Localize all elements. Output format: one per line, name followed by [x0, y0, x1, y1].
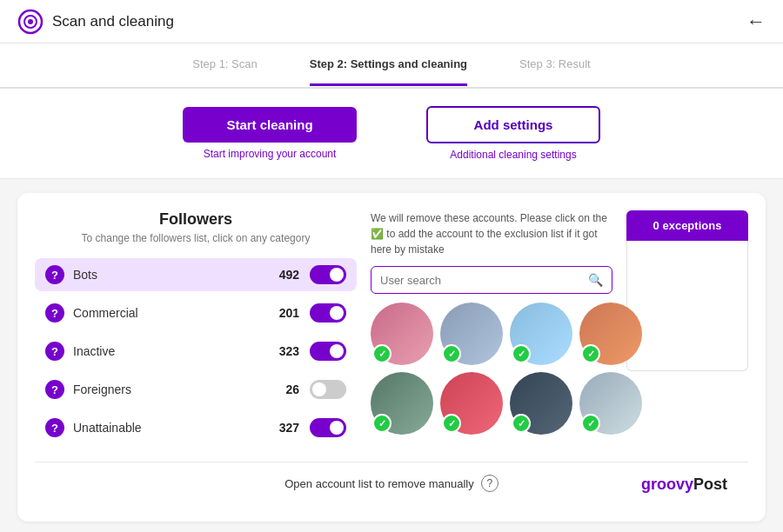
avatar-grid: ✓ ✓ ✓ ✓ ✓ — [371, 303, 612, 435]
followers-subtitle: To change the followers list, click on a… — [35, 232, 357, 244]
page-title: Scan and cleaning — [52, 13, 174, 30]
category-name-commercial: Commercial — [73, 306, 279, 320]
followers-layout: Followers To change the followers list, … — [35, 210, 748, 449]
start-cleaning-subtitle[interactable]: Start improving your account — [204, 148, 337, 160]
search-icon: 🔍 — [588, 273, 603, 287]
add-settings-button[interactable]: Add settings — [426, 106, 600, 143]
brand-logo: groovyPost — [641, 475, 727, 494]
followers-title: Followers — [35, 210, 357, 229]
followers-right-panel: 0 exceptions — [626, 210, 748, 449]
check-icon[interactable]: ✓ — [372, 344, 392, 363]
list-item[interactable]: ✓ — [440, 303, 503, 365]
help-icon-inactive: ? — [45, 342, 64, 361]
toggle-unattainable[interactable] — [310, 418, 346, 437]
exceptions-body — [626, 241, 748, 371]
category-count-commercial: 201 — [279, 306, 299, 320]
check-icon[interactable]: ✓ — [581, 414, 600, 433]
category-count-bots: 492 — [279, 268, 299, 282]
list-item[interactable]: ✓ — [510, 303, 572, 365]
help-icon-foreigners: ? — [45, 380, 64, 399]
search-bar: 🔍 — [371, 266, 612, 294]
help-icon-bots: ? — [45, 265, 64, 284]
add-settings-subtitle[interactable]: Additional cleaning settings — [450, 149, 576, 161]
check-icon[interactable]: ✓ — [512, 344, 531, 363]
category-row-bots[interactable]: ? Bots 492 — [35, 258, 357, 291]
middle-description: We will remove these accounts. Please cl… — [371, 210, 612, 257]
category-row-foreigners[interactable]: ? Foreigners 26 — [35, 373, 357, 406]
check-icon[interactable]: ✓ — [372, 414, 392, 433]
footer: Open account list to remove manually ? g… — [35, 462, 748, 504]
followers-card: Followers To change the followers list, … — [17, 193, 766, 522]
category-row-inactive[interactable]: ? Inactive 323 — [35, 335, 357, 368]
toggle-bots[interactable] — [310, 265, 346, 284]
start-cleaning-group: Start cleaning Start improving your acco… — [183, 107, 357, 160]
help-icon-commercial: ? — [45, 303, 64, 323]
followers-middle-panel: We will remove these accounts. Please cl… — [371, 210, 612, 449]
toggle-commercial[interactable] — [310, 303, 346, 323]
header: Scan and cleaning ← — [0, 0, 783, 43]
list-item[interactable]: ✓ — [371, 303, 433, 365]
target-icon — [17, 9, 44, 35]
category-count-foreigners: 26 — [285, 382, 299, 396]
tab-step2[interactable]: Step 2: Settings and cleaning — [310, 57, 467, 74]
toggle-foreigners[interactable] — [310, 380, 346, 399]
category-row-unattainable[interactable]: ? Unattainable 327 — [35, 411, 357, 444]
search-input[interactable] — [380, 274, 588, 287]
help-icon-unattainable: ? — [45, 418, 64, 437]
svg-point-2 — [28, 19, 33, 24]
category-name-foreigners: Foreigners — [73, 382, 285, 396]
category-name-unattainable: Unattainable — [73, 421, 279, 435]
back-button[interactable]: ← — [746, 10, 766, 33]
category-name-bots: Bots — [73, 268, 279, 282]
list-item[interactable]: ✓ — [579, 372, 642, 435]
followers-left-panel: Followers To change the followers list, … — [35, 210, 357, 449]
footer-help-icon[interactable]: ? — [481, 475, 499, 492]
action-area: Start cleaning Start improving your acco… — [0, 89, 783, 179]
category-count-unattainable: 327 — [279, 421, 299, 435]
header-left: Scan and cleaning — [17, 9, 174, 35]
start-cleaning-button[interactable]: Start cleaning — [183, 107, 357, 143]
check-icon[interactable]: ✓ — [442, 344, 461, 363]
exceptions-header: 0 exceptions — [626, 210, 748, 241]
tab-step1[interactable]: Step 1: Scan — [192, 57, 257, 74]
check-icon[interactable]: ✓ — [512, 414, 531, 433]
category-count-inactive: 323 — [279, 344, 299, 358]
list-item[interactable]: ✓ — [440, 372, 503, 435]
list-item[interactable]: ✓ — [579, 303, 642, 365]
toggle-inactive[interactable] — [310, 342, 346, 361]
add-settings-group: Add settings Additional cleaning setting… — [426, 106, 600, 161]
steps-nav: Step 1: Scan Step 2: Settings and cleani… — [0, 43, 783, 89]
main-content: Followers To change the followers list, … — [0, 179, 783, 532]
open-account-list-link[interactable]: Open account list to remove manually — [284, 477, 474, 490]
category-name-inactive: Inactive — [73, 344, 279, 358]
tab-step3[interactable]: Step 3: Result — [519, 57, 591, 74]
list-item[interactable]: ✓ — [510, 372, 572, 435]
check-icon[interactable]: ✓ — [581, 344, 600, 363]
list-item[interactable]: ✓ — [371, 372, 433, 435]
check-icon[interactable]: ✓ — [442, 414, 461, 433]
category-row-commercial[interactable]: ? Commercial 201 — [35, 296, 357, 329]
